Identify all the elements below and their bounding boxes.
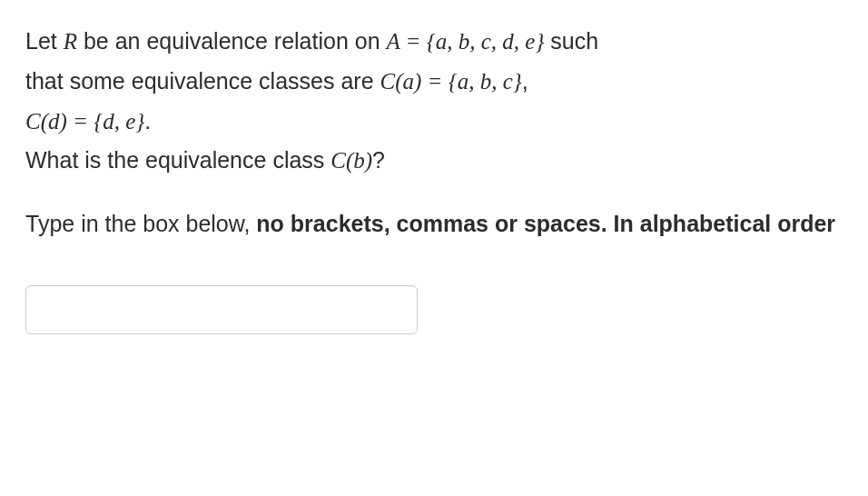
math-setA: {a, b, c, d, e} bbox=[427, 29, 545, 54]
text-frag: such bbox=[544, 28, 598, 54]
math-eq: = bbox=[421, 69, 448, 94]
math-eq: = bbox=[399, 29, 426, 54]
set-items: a, b, c, d, e bbox=[436, 29, 536, 54]
text-frag: ? bbox=[372, 147, 385, 173]
math-R: R bbox=[64, 29, 77, 54]
text-frag: that some equivalence classes are bbox=[25, 68, 380, 94]
math-Ca: C(a) bbox=[380, 69, 422, 94]
math-setCa: {a, b, c} bbox=[449, 69, 522, 94]
question-text: Let R be an equivalence relation on A = … bbox=[25, 22, 843, 181]
text-frag: be an equivalence relation on bbox=[77, 28, 387, 54]
set-items: d, e bbox=[103, 109, 135, 134]
text-period: . bbox=[144, 108, 151, 134]
math-Cb: C(b) bbox=[330, 148, 372, 173]
math-eq: = bbox=[67, 109, 94, 134]
text-frag: What is the equivalence class bbox=[25, 147, 330, 173]
text-frag: Let bbox=[25, 28, 64, 54]
answer-input[interactable] bbox=[25, 285, 418, 334]
instr-bold: no brackets, commas or spaces. In alphab… bbox=[256, 211, 835, 236]
instr-pre: Type in the box below, bbox=[25, 211, 256, 236]
instructions-text: Type in the box below, no brackets, comm… bbox=[25, 204, 843, 243]
text-comma: , bbox=[522, 68, 528, 94]
math-Cd: C(d) bbox=[25, 109, 67, 134]
set-items: a, b, c bbox=[458, 69, 513, 94]
math-setCd: {d, e} bbox=[94, 109, 144, 134]
math-A: A bbox=[387, 29, 400, 54]
